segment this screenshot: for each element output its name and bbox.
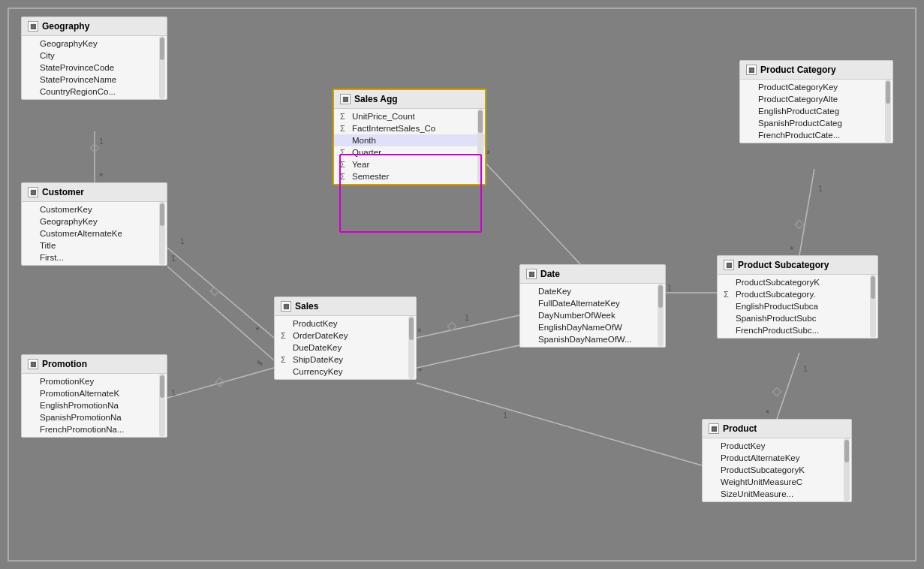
sigma-icon: Σ (340, 124, 345, 133)
table-row: DayNumberOfWeek (520, 309, 665, 321)
table-row: First... (22, 251, 167, 263)
promotion-table: ▦ Promotion PromotionKey PromotionAltern… (21, 354, 167, 438)
table-row: EnglishPromotionNa (22, 399, 167, 411)
table-row: ΣProductSubcategory. (718, 288, 877, 300)
geography-table-header: ▦ Geography (22, 17, 167, 36)
table-row: DueDateKey (275, 342, 416, 354)
product-table-header: ▦ Product (703, 420, 851, 438)
sigma-icon: Σ (724, 290, 729, 299)
table-icon: ▦ (28, 21, 38, 32)
table-row: Title (22, 239, 167, 251)
salesagg-table-header: ▦ Sales Agg (334, 90, 485, 109)
table-icon: ▦ (526, 269, 537, 279)
table-icon: ▦ (28, 187, 38, 197)
customer-table: ▦ Customer CustomerKey GeographyKey Cust… (21, 182, 167, 266)
sales-fields: ProductKey ΣOrderDateKey DueDateKey ΣShi… (275, 316, 416, 379)
date-table: ▦ Date DateKey FullDateAlternateKey DayN… (519, 264, 666, 348)
month-field: Month (334, 134, 485, 146)
sales-table-header: ▦ Sales (275, 297, 416, 316)
customer-table-header: ▦ Customer (22, 183, 167, 202)
promotion-fields: PromotionKey PromotionAlternateK English… (22, 374, 167, 437)
table-row: FullDateAlternateKey (520, 297, 665, 309)
table-row: SpanishProductCateg (740, 117, 892, 129)
table-row: FrenchPromotionNa... (22, 423, 167, 435)
table-row: ProductKey (703, 440, 851, 452)
scrollbar[interactable] (477, 109, 483, 184)
table-row: ΣOrderDateKey (275, 330, 416, 342)
geography-fields: GeographyKey City StateProvinceCode Stat… (22, 36, 167, 99)
table-row: ΣSemester (334, 170, 485, 182)
table-row: ProductAlternateKey (703, 452, 851, 464)
table-icon: ▦ (724, 260, 734, 270)
sigma-icon: Σ (340, 160, 345, 169)
table-row: GeographyKey (22, 38, 167, 50)
table-row: City (22, 50, 167, 62)
scrollbar[interactable] (159, 374, 165, 437)
table-row: EnglishProductSubca (718, 300, 877, 312)
scrollbar[interactable] (658, 284, 664, 347)
table-row: SpanishProductSubc (718, 312, 877, 324)
scrollbar[interactable] (159, 36, 165, 99)
date-table-header: ▦ Date (520, 265, 665, 284)
table-row: FrenchProductCate... (740, 129, 892, 141)
product-title: Product (723, 423, 757, 434)
table-icon: ▦ (709, 423, 719, 434)
sales-table: ▦ Sales ProductKey ΣOrderDateKey DueDate… (274, 297, 417, 380)
scrollbar[interactable] (870, 275, 876, 338)
table-row: ΣQuarter (334, 146, 485, 158)
salesagg-table: ▦ Sales Agg ΣUnitPrice_Count ΣFactIntern… (333, 89, 486, 185)
table-row: StateProvinceName (22, 74, 167, 86)
sigma-icon: Σ (340, 112, 345, 121)
geography-table: ▦ Geography GeographyKey City StateProvi… (21, 17, 167, 100)
table-row: ΣUnitPrice_Count (334, 110, 485, 122)
date-title: Date (540, 269, 560, 279)
productsubcategory-title: Product Subcategory (738, 260, 829, 270)
table-row: DateKey (520, 285, 665, 297)
promotion-table-header: ▦ Promotion (22, 355, 167, 374)
productsubcategory-table-header: ▦ Product Subcategory (718, 256, 877, 275)
table-row: EnglishDayNameOfW (520, 321, 665, 333)
table-icon: ▦ (746, 65, 757, 75)
table-row: SizeUnitMeasure... (703, 488, 851, 500)
scrollbar[interactable] (844, 438, 850, 501)
salesagg-fields: ΣUnitPrice_Count ΣFactInternetSales_Co M… (334, 109, 485, 184)
table-row: GeographyKey (22, 215, 167, 227)
table-row: ProductCategoryAlte (740, 93, 892, 105)
table-row: ΣShipDateKey (275, 354, 416, 366)
table-row: ProductSubcategoryK (718, 276, 877, 288)
scrollbar[interactable] (408, 316, 414, 379)
productcategory-table-header: ▦ Product Category (740, 61, 892, 80)
salesagg-title: Sales Agg (354, 94, 398, 104)
productsubcategory-table: ▦ Product Subcategory ProductSubcategory… (717, 255, 878, 339)
table-row: CountryRegionCo... (22, 86, 167, 98)
customer-title: Customer (42, 187, 84, 197)
table-row: ΣYear (334, 158, 485, 170)
table-icon: ▦ (28, 359, 38, 369)
table-row: EnglishProductCateg (740, 105, 892, 117)
scrollbar[interactable] (885, 80, 891, 143)
productsubcategory-fields: ProductSubcategoryK ΣProductSubcategory.… (718, 275, 877, 338)
product-fields: ProductKey ProductAlternateKey ProductSu… (703, 438, 851, 501)
table-row: SpanishDayNameOfW... (520, 333, 665, 345)
table-row: StateProvinceCode (22, 62, 167, 74)
sigma-icon: Σ (340, 148, 345, 157)
table-row: ProductKey (275, 318, 416, 330)
table-row: CustomerKey (22, 203, 167, 215)
table-row: SpanishPromotionNa (22, 411, 167, 423)
table-row: FrenchProductSubc... (718, 324, 877, 336)
table-row: ProductCategoryKey (740, 81, 892, 93)
scrollbar[interactable] (159, 202, 165, 265)
table-row: PromotionKey (22, 375, 167, 387)
sales-title: Sales (295, 301, 318, 312)
table-icon: ▦ (340, 94, 351, 104)
sigma-icon: Σ (281, 331, 286, 340)
table-row: WeightUnitMeasureC (703, 476, 851, 488)
table-icon: ▦ (281, 301, 291, 312)
diagram-canvas: 1 * 1 * 1 * 1 * * 1 1 * * 1 * (0, 0, 924, 569)
date-fields: DateKey FullDateAlternateKey DayNumberOf… (520, 284, 665, 347)
table-row: PromotionAlternateK (22, 387, 167, 399)
table-row: ProductSubcategoryK (703, 464, 851, 476)
table-row: ΣFactInternetSales_Co (334, 122, 485, 134)
promotion-title: Promotion (42, 359, 87, 369)
productcategory-fields: ProductCategoryKey ProductCategoryAlte E… (740, 80, 892, 143)
